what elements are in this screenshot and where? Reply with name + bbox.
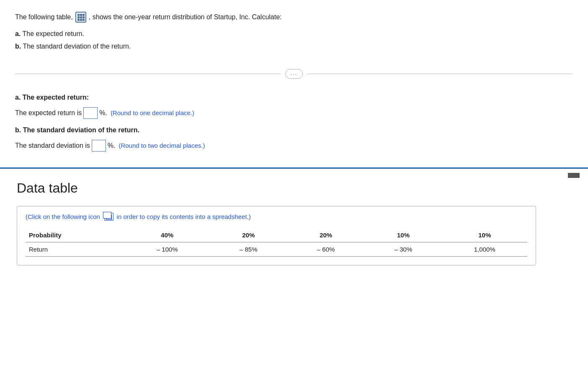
data-table-title: Data table	[17, 180, 571, 196]
col-header-40: 40%	[124, 228, 210, 242]
part-a-round-note: (Round to one decimal place.)	[111, 109, 194, 116]
row-val-3: – 60%	[287, 242, 365, 256]
sub-a-text: The expected return.	[23, 30, 85, 37]
svg-rect-7	[80, 19, 82, 21]
svg-rect-2	[83, 14, 85, 16]
svg-rect-9	[106, 215, 111, 219]
data-table-panel: Data table (Click on the following icon …	[0, 167, 588, 280]
part-b-round-note: (Round to two decimal places.)	[119, 142, 205, 149]
row-val-2: – 85%	[210, 242, 287, 256]
question-intro: The following table, , shows the one-yea…	[15, 12, 573, 23]
row-val-1: – 100%	[124, 242, 210, 256]
minimize-button[interactable]	[568, 173, 580, 178]
svg-rect-6	[77, 19, 80, 21]
svg-rect-4	[80, 16, 82, 18]
divider-line-left	[15, 74, 281, 74]
divider-button[interactable]: ···	[285, 69, 303, 79]
part-b-sentence-before: The standard deviation is	[15, 142, 90, 149]
part-a-sentence-before: The expected return is	[15, 109, 82, 117]
part-a-answer-line: The expected return is %. (Round to one …	[15, 107, 573, 119]
svg-rect-0	[77, 14, 80, 16]
part-b-answer-line: The standard deviation is %. (Round to t…	[15, 140, 573, 152]
copy-instruction: (Click on the following icon in order to…	[26, 213, 527, 221]
svg-rect-8	[83, 19, 85, 21]
copy-instruction-after: in order to copy its contents into a spr…	[117, 213, 251, 220]
data-table: Probability 40% 20% 20% 10% 10% Return –…	[26, 228, 527, 257]
expected-return-input[interactable]	[83, 107, 98, 119]
intro-before-icon: The following table,	[15, 12, 73, 23]
divider-row: ···	[0, 69, 588, 79]
answer-section: a. The expected return: The expected ret…	[0, 86, 588, 167]
grid-table-icon[interactable]	[75, 12, 86, 23]
col-header-label: Probability	[26, 228, 124, 242]
sub-b-text: The standard deviation of the return.	[23, 43, 131, 50]
top-section: The following table, , shows the one-yea…	[0, 0, 588, 62]
col-header-20a: 20%	[210, 228, 287, 242]
table-row: Return – 100% – 85% – 60% – 30% 1,000%	[26, 242, 527, 256]
row-val-4: – 30%	[365, 242, 442, 256]
row-val-5: 1,000%	[442, 242, 527, 256]
part-b-heading: b. The standard deviation of the return.	[15, 126, 573, 134]
part-a-heading: a. The expected return:	[15, 94, 573, 101]
col-header-10b: 10%	[442, 228, 527, 242]
std-dev-input[interactable]	[92, 140, 106, 152]
part-a-percent: %.	[99, 109, 107, 117]
divider-line-right	[307, 74, 573, 74]
table-header-row: Probability 40% 20% 20% 10% 10%	[26, 228, 527, 242]
svg-rect-3	[77, 16, 80, 18]
svg-rect-5	[83, 16, 85, 18]
col-header-20b: 20%	[287, 228, 365, 242]
svg-rect-1	[80, 14, 82, 16]
svg-rect-10	[105, 214, 111, 219]
sub-questions: a. The expected return. b. The standard …	[15, 28, 573, 53]
row-label-return: Return	[26, 242, 124, 256]
copy-spreadsheet-icon[interactable]	[104, 213, 113, 221]
copy-instruction-before: (Click on the following icon	[26, 213, 100, 220]
copy-box: (Click on the following icon in order to…	[17, 206, 536, 265]
part-b-percent: %.	[108, 142, 116, 149]
sub-a-label: a.	[15, 30, 21, 37]
intro-after-icon: , shows the one-year return distribution…	[89, 12, 282, 23]
col-header-10a: 10%	[365, 228, 442, 242]
panel-topbar	[568, 173, 580, 178]
sub-b-label: b.	[15, 43, 21, 50]
